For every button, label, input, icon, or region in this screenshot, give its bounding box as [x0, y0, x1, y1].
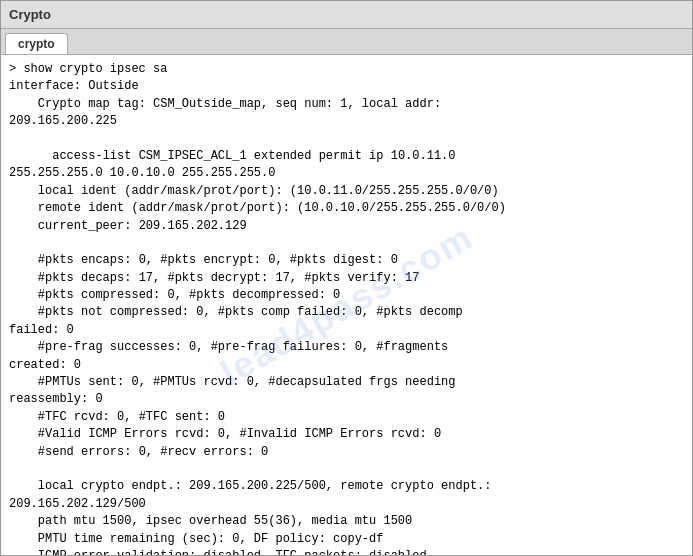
main-window: Crypto crypto lead4pass.com > show crypt… [0, 0, 693, 556]
title-bar: Crypto [1, 1, 692, 29]
terminal-area: lead4pass.com > show crypto ipsec sa int… [1, 55, 692, 555]
terminal-output: > show crypto ipsec sa interface: Outsid… [9, 61, 684, 555]
tab-crypto[interactable]: crypto [5, 33, 68, 54]
window-title: Crypto [9, 7, 51, 22]
tab-bar: crypto [1, 29, 692, 55]
